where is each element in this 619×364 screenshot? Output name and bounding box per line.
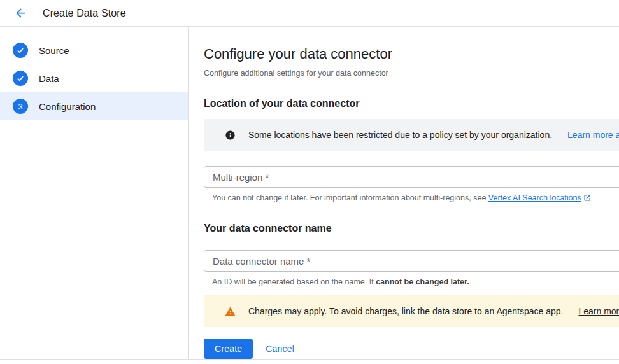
banner-text: Some locations have been restricted due …	[248, 130, 552, 140]
open-in-new-icon	[583, 194, 591, 202]
top-app-bar: Create Data Store	[0, 0, 619, 27]
learn-more-locations-link[interactable]: Learn more about	[567, 130, 619, 140]
vertex-ai-search-locations-link[interactable]: Vertex AI Search locations	[488, 193, 591, 202]
cancel-button[interactable]: Cancel	[266, 344, 294, 354]
main-frame: Source Data 3 Configuration Configure yo…	[0, 27, 619, 360]
step-label: Data	[39, 73, 59, 84]
page-title: Create Data Store	[43, 8, 126, 19]
multi-region-field[interactable]	[204, 166, 619, 188]
form-actions: Create Cancel	[204, 339, 619, 359]
step-source[interactable]: Source	[0, 36, 188, 64]
charges-warning-banner: Charges may apply. To avoid charges, lin…	[204, 295, 619, 327]
warning-icon	[225, 306, 236, 317]
restricted-locations-banner: Some locations have been restricted due …	[204, 119, 619, 151]
content-subtitle: Configure additional settings for your d…	[204, 69, 619, 78]
arrow-back-icon	[14, 6, 27, 20]
content-title: Configure your data connector	[204, 45, 619, 63]
content-area: Configure your data connector Configure …	[189, 27, 619, 359]
name-helper-text: An ID will be generated based on the nam…	[204, 277, 619, 286]
banner-text: Charges may apply. To avoid charges, lin…	[248, 306, 563, 316]
name-helper-bold: cannot be changed later.	[376, 277, 469, 286]
name-section-heading: Your data connector name	[204, 222, 619, 235]
location-section-heading: Location of your data connector	[204, 97, 619, 110]
learn-more-charges-link[interactable]: Learn more	[578, 306, 619, 316]
create-button[interactable]: Create	[204, 339, 253, 359]
check-icon	[13, 71, 28, 86]
step-label: Source	[39, 45, 69, 56]
info-icon	[225, 130, 236, 141]
step-configuration[interactable]: 3 Configuration	[0, 92, 188, 120]
back-button[interactable]	[10, 3, 31, 24]
step-label: Configuration	[39, 101, 96, 112]
step-number-badge: 3	[13, 99, 28, 114]
stepper-sidebar: Source Data 3 Configuration	[0, 27, 189, 359]
region-helper-text: You can not change it later. For importa…	[204, 193, 619, 202]
data-connector-name-field[interactable]	[204, 250, 619, 272]
check-icon	[13, 43, 28, 58]
step-data[interactable]: Data	[0, 64, 188, 92]
